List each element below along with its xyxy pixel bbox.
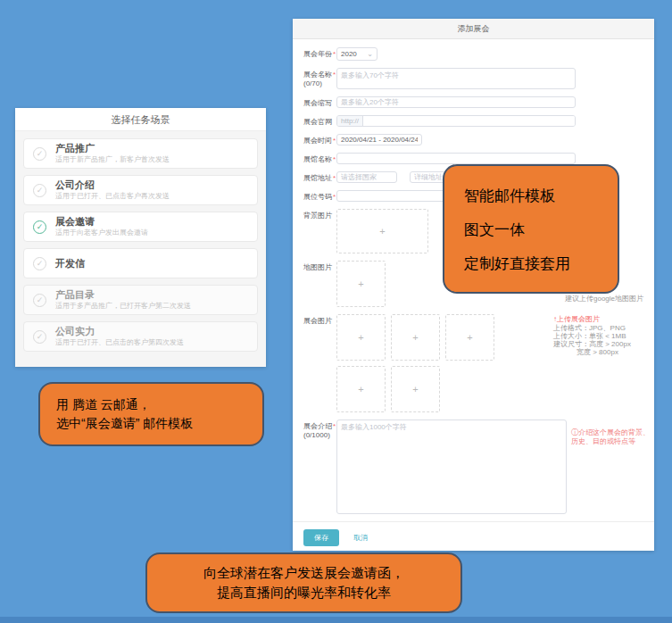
- url-prefix: http://: [337, 116, 363, 126]
- field-label-map-image: 地图图片: [303, 261, 336, 307]
- callout-instruction: 用 腾道 云邮通， 选中“展会邀请” 邮件模板: [38, 382, 264, 446]
- callout-line: 用 腾道 云邮通，: [56, 395, 262, 414]
- save-button[interactable]: 保存: [303, 529, 339, 546]
- callout-bottom: 向全球潜在客户发送展会邀请函， 提高直播间的曝光率和转化率: [145, 552, 462, 613]
- date-range-input[interactable]: [336, 134, 422, 145]
- field-row-time: 展会时间*: [303, 134, 654, 145]
- tip-line: 上传格式：JPG、PNG: [553, 324, 631, 332]
- scenario-subtitle: 适用于多产品推广，已打开客户第二次发送: [55, 302, 191, 311]
- bottom-edge-strip: [0, 617, 672, 623]
- scenario-list: ✓ 产品推广 适用于新产品推广，新客户首次发送 ✓ 公司介绍 适用于已打开、已点…: [15, 131, 266, 352]
- exhibition-abbr-input[interactable]: [336, 96, 576, 108]
- scenario-title: 产品目录: [55, 289, 191, 300]
- scenario-title: 公司介绍: [55, 179, 170, 190]
- field-label-abbr: 展会缩写: [303, 96, 336, 108]
- field-row-hall-name: 展馆名称*: [303, 153, 654, 164]
- callout-line: 提高直播间的曝光率和转化率: [217, 583, 391, 602]
- field-label-hall-name: 展馆名称*: [303, 153, 336, 164]
- field-label-intro: 展会介绍* (0/1000): [303, 419, 336, 514]
- tip-line: 上传大小：单张 < 1MB: [553, 332, 631, 340]
- field-row-exhibition-images: 展会图片 + + + + + ↑上传展会图片 上传格式：JPG、PNG 上传大小…: [303, 314, 654, 412]
- tip-icon: ⓘ: [571, 428, 578, 436]
- field-label-booth: 展位号码*: [303, 190, 336, 202]
- map-image-upload[interactable]: +: [336, 261, 386, 307]
- field-row-abbr: 展会缩写: [303, 96, 654, 108]
- year-select-value: 2020: [341, 50, 357, 58]
- website-input[interactable]: [363, 116, 575, 126]
- form-footer: 保存 取消: [293, 521, 654, 551]
- scenario-item-product-promo[interactable]: ✓ 产品推广 适用于新产品推广，新客户首次发送: [23, 138, 258, 169]
- chevron-down-icon: ⌄: [367, 50, 373, 58]
- callout-line: 定制好直接套用: [464, 253, 610, 274]
- year-select[interactable]: 2020 ⌄: [336, 47, 377, 61]
- field-row-year: 展会年份* 2020 ⌄: [303, 47, 654, 61]
- country-select-input[interactable]: [336, 171, 397, 183]
- plus-icon: +: [412, 384, 418, 395]
- bg-image-upload[interactable]: +: [336, 209, 428, 253]
- field-label-bg-image: 背景图片: [303, 209, 336, 253]
- check-circle-icon: ✓: [33, 294, 46, 307]
- intro-tip: ⓘ介绍这个展会的背景、历史、目的或特点等: [571, 428, 654, 446]
- plus-icon: +: [379, 226, 385, 237]
- plus-icon: +: [358, 384, 363, 395]
- scenario-item-exhibition-invite-selected[interactable]: ✓ 展会邀请 适用于向老客户发出展会邀请: [23, 212, 258, 242]
- field-label-time: 展会时间*: [303, 134, 336, 145]
- exhibition-image-upload[interactable]: +: [391, 314, 440, 361]
- form-title: 添加展会: [293, 19, 654, 39]
- check-circle-icon: ✓: [33, 147, 46, 161]
- field-label-year: 展会年份*: [303, 47, 336, 61]
- check-circle-icon: ✓: [33, 330, 46, 344]
- scenario-title: 产品推广: [55, 143, 170, 154]
- plus-icon: +: [358, 278, 363, 289]
- callout-line: 智能邮件模板: [464, 186, 610, 206]
- field-row-name: 展会名称* (0/70): [303, 68, 654, 89]
- check-circle-icon: ✓: [33, 184, 46, 197]
- scenario-subtitle: 适用于向老客户发出展会邀请: [55, 228, 148, 237]
- tip-line: 宽度 > 800px: [553, 348, 631, 356]
- intro-counter: (0/1000): [303, 431, 336, 440]
- scenario-title: 公司实力: [55, 326, 184, 336]
- exhibition-image-grid: + + + + +: [336, 314, 497, 412]
- field-row-website: 展会官网 http://: [303, 115, 654, 127]
- scenario-subtitle: 适用于已打开、已点击的客户第四次发送: [55, 338, 184, 347]
- exhibition-name-input[interactable]: [336, 68, 576, 89]
- field-row-intro: 展会介绍* (0/1000) ⓘ介绍这个展会的背景、历史、目的或特点等: [303, 419, 654, 514]
- exhibition-image-upload[interactable]: +: [445, 314, 494, 361]
- name-counter: (0/70): [303, 79, 336, 88]
- scenario-subtitle: 适用于新产品推广，新客户首次发送: [55, 155, 170, 164]
- callout-line: 图文一体: [464, 220, 610, 240]
- page-canvas: 选择任务场景 ✓ 产品推广 适用于新产品推广，新客户首次发送 ✓ 公司介绍 适用…: [0, 0, 672, 623]
- hall-name-input[interactable]: [336, 153, 576, 164]
- scenario-item-company-intro[interactable]: ✓ 公司介绍 适用于已打开、已点击客户再次发送: [23, 175, 258, 205]
- scenario-title: 开发信: [55, 258, 85, 269]
- cancel-button[interactable]: 取消: [353, 533, 368, 543]
- exhibition-image-upload[interactable]: +: [336, 366, 386, 412]
- scenario-item-dev-letter[interactable]: ✓ 开发信: [23, 248, 258, 278]
- plus-icon: +: [467, 332, 472, 343]
- field-label-website: 展会官网: [303, 115, 336, 127]
- check-circle-icon-checked: ✓: [33, 220, 46, 234]
- exhibition-intro-textarea[interactable]: [336, 419, 567, 514]
- exhibition-image-upload[interactable]: +: [391, 366, 440, 412]
- website-input-group: http://: [336, 115, 576, 127]
- plus-icon: +: [358, 332, 363, 343]
- scenario-panel: 选择任务场景 ✓ 产品推广 适用于新产品推广，新客户首次发送 ✓ 公司介绍 适用…: [15, 108, 266, 367]
- scenario-item-company-strength[interactable]: ✓ 公司实力 适用于已打开、已点击的客户第四次发送: [23, 321, 258, 352]
- scenario-item-product-catalog[interactable]: ✓ 产品目录 适用于多产品推广，已打开客户第二次发送: [23, 285, 258, 315]
- callout-smart-template: 智能邮件模板 图文一体 定制好直接套用: [443, 164, 619, 294]
- callout-line: 向全球潜在客户发送展会邀请函，: [203, 563, 404, 583]
- field-label-hall-address: 展馆地址*: [303, 171, 336, 183]
- callout-line: 选中“展会邀请” 邮件模板: [56, 414, 262, 433]
- scenario-subtitle: 适用于已打开、已点击客户再次发送: [55, 192, 170, 201]
- exhibition-image-upload[interactable]: +: [336, 314, 386, 361]
- scenario-panel-title: 选择任务场景: [15, 108, 266, 131]
- tip-line: 建议尺寸：高度 > 200px: [553, 340, 631, 348]
- field-label-name: 展会名称* (0/70): [303, 68, 336, 89]
- exhibition-image-tips: ↑上传展会图片 上传格式：JPG、PNG 上传大小：单张 < 1MB 建议尺寸：…: [553, 315, 631, 356]
- plus-icon: +: [412, 332, 418, 343]
- check-circle-icon: ✓: [33, 257, 46, 270]
- field-label-exhibition-images: 展会图片: [303, 314, 336, 412]
- scenario-title: 展会邀请: [55, 216, 148, 227]
- map-upload-tip: 建议上传google地图图片: [565, 294, 643, 303]
